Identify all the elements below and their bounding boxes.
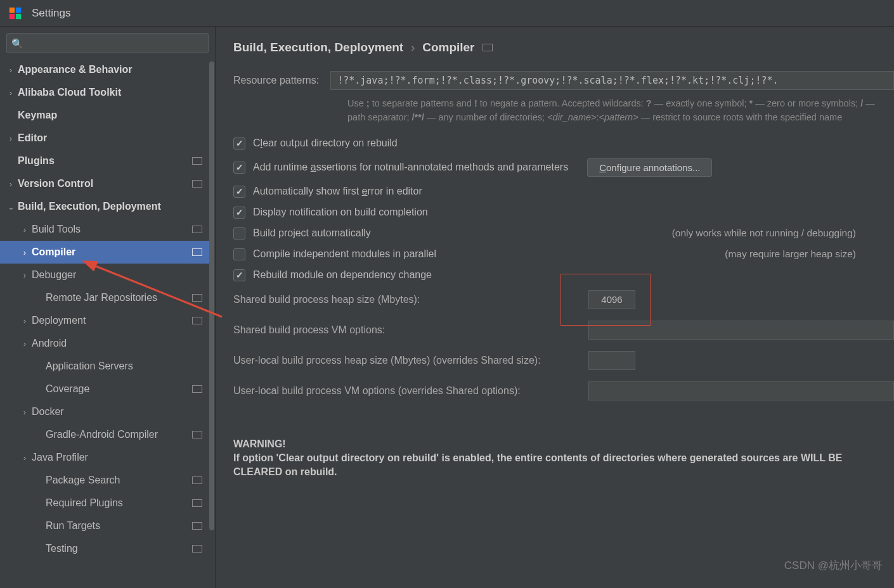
user-heap-input[interactable]	[588, 351, 635, 370]
tree-item-label: Editor	[18, 132, 210, 144]
watermark-text: CSDN @杭州小哥哥	[784, 558, 883, 573]
svg-rect-1	[16, 7, 21, 12]
tree-item-label: Docker	[32, 406, 210, 418]
tree-item-label: Gradle-Android Compiler	[46, 429, 192, 440]
app-logo-icon	[8, 6, 23, 21]
clear-output-checkbox[interactable]	[233, 137, 245, 150]
breadcrumb-parent[interactable]: Build, Execution, Deployment	[233, 41, 403, 54]
tree-item-label: Deployment	[32, 315, 192, 326]
tree-item-build-tools[interactable]: ›Build Tools	[0, 218, 210, 241]
user-vm-label: User-local build process VM options (ove…	[233, 385, 588, 397]
build-auto-checkbox[interactable]	[233, 227, 245, 240]
tree-item-alibaba-cloud-toolkit[interactable]: ›Alibaba Cloud Toolkit	[0, 81, 210, 104]
warning-body: If option 'Clear output directory on reb…	[233, 451, 894, 480]
chevron-right-icon[interactable]: ›	[19, 407, 30, 417]
display-notification-label: Display notification on build completion	[253, 207, 428, 218]
tree-item-run-targets[interactable]: Run Targets	[0, 514, 210, 537]
project-scope-icon	[192, 431, 202, 438]
scrollbar-thumb[interactable]	[209, 61, 214, 530]
project-scope-icon	[192, 499, 202, 507]
chevron-right-icon[interactable]: ›	[19, 225, 30, 234]
user-vm-input[interactable]	[588, 381, 894, 400]
tree-item-label: Build Tools	[32, 224, 192, 235]
user-heap-label: User-local build process heap size (Mbyt…	[233, 355, 588, 366]
tree-item-label: Remote Jar Repositories	[46, 292, 192, 304]
configure-annotations-button[interactable]: Configure annotations...	[587, 158, 712, 177]
shared-heap-input[interactable]	[588, 290, 635, 309]
chevron-right-icon[interactable]: ›	[19, 453, 30, 463]
chevron-right-icon[interactable]: ›	[19, 339, 30, 348]
tree-item-version-control[interactable]: ›Version Control	[0, 172, 210, 195]
breadcrumb-current: Compiler	[422, 41, 474, 54]
chevron-right-icon: ›	[411, 41, 415, 54]
project-scope-icon	[192, 180, 202, 188]
clear-output-label: Clear output directory on rebuild	[253, 137, 398, 149]
sidebar-scrollbar[interactable]	[209, 61, 214, 584]
chevron-right-icon[interactable]: ›	[19, 271, 30, 280]
tree-item-label: Testing	[46, 543, 192, 554]
chevron-right-icon[interactable]: ›	[19, 248, 30, 257]
tree-item-appearance-behavior[interactable]: ›Appearance & Behavior	[0, 58, 210, 81]
project-scope-icon	[192, 226, 202, 233]
main-panel: Build, Execution, Deployment › Compiler …	[216, 27, 894, 588]
tree-item-gradle-android-compiler[interactable]: Gradle-Android Compiler	[0, 423, 210, 446]
chevron-right-icon[interactable]: ›	[5, 88, 16, 98]
tree-item-application-servers[interactable]: Application Servers	[0, 355, 210, 378]
breadcrumb: Build, Execution, Deployment › Compiler	[233, 41, 894, 54]
chevron-right-icon[interactable]: ›	[5, 179, 16, 189]
tree-item-label: Debugger	[32, 269, 210, 281]
search-input[interactable]	[6, 33, 209, 53]
build-auto-label: Build project automatically	[253, 227, 371, 239]
svg-rect-2	[10, 13, 15, 18]
shared-vm-input[interactable]	[588, 321, 894, 340]
tree-item-keymap[interactable]: Keymap	[0, 104, 210, 127]
tree-item-label: Alibaba Cloud Toolkit	[18, 87, 210, 98]
tree-item-android[interactable]: ›Android	[0, 332, 210, 355]
project-scope-icon	[192, 545, 202, 553]
tree-item-java-profiler[interactable]: ›Java Profiler	[0, 446, 210, 469]
chevron-right-icon[interactable]: ›	[5, 65, 16, 75]
add-assertions-checkbox[interactable]	[233, 162, 245, 174]
tree-item-label: Keymap	[18, 110, 210, 121]
window-title: Settings	[32, 7, 70, 20]
compile-parallel-checkbox[interactable]	[233, 248, 245, 260]
title-bar: Settings	[0, 0, 894, 27]
tree-item-label: Required Plugins	[46, 497, 192, 509]
chevron-right-icon[interactable]: ›	[19, 316, 30, 326]
project-scope-icon	[192, 317, 202, 324]
tree-item-plugins[interactable]: Plugins	[0, 150, 210, 172]
project-scope-icon	[192, 385, 202, 393]
display-notification-checkbox[interactable]	[233, 207, 245, 219]
chevron-right-icon[interactable]: ›	[5, 134, 16, 143]
project-scope-icon	[192, 248, 202, 256]
tree-item-label: Run Targets	[46, 520, 192, 532]
chevron-down-icon[interactable]: ⌄	[5, 202, 16, 212]
rebuild-module-checkbox[interactable]	[233, 269, 245, 281]
tree-item-label: Coverage	[46, 383, 192, 395]
tree-item-build-execution-deployment[interactable]: ⌄Build, Execution, Deployment	[0, 195, 210, 218]
compile-parallel-label: Compile independent modules in parallel	[253, 248, 436, 260]
resource-patterns-input[interactable]	[330, 71, 894, 90]
project-scope-icon	[192, 476, 202, 484]
tree-item-remote-jar-repositories[interactable]: Remote Jar Repositories	[0, 286, 210, 309]
project-scope-icon	[192, 522, 202, 530]
tree-item-required-plugins[interactable]: Required Plugins	[0, 492, 210, 514]
tree-item-editor[interactable]: ›Editor	[0, 127, 210, 150]
show-first-error-checkbox[interactable]	[233, 186, 245, 198]
tree-item-testing[interactable]: Testing	[0, 537, 210, 560]
shared-heap-label: Shared build process heap size (Mbytes):	[233, 294, 588, 305]
tree-item-deployment[interactable]: ›Deployment	[0, 309, 210, 332]
tree-item-coverage[interactable]: Coverage	[0, 378, 210, 400]
tree-item-compiler[interactable]: ›Compiler	[0, 241, 210, 264]
tree-item-debugger[interactable]: ›Debugger	[0, 264, 210, 286]
warning-title: WARNING!	[233, 438, 894, 450]
tree-item-label: Package Search	[46, 475, 192, 486]
patterns-hint: Use ; to separate patterns and ! to nega…	[347, 96, 894, 125]
tree-item-label: Version Control	[18, 178, 192, 189]
warning-block: WARNING! If option 'Clear output directo…	[233, 438, 894, 480]
add-assertions-label: Add runtime assertions for notnull-annot…	[253, 162, 568, 173]
tree-item-label: Plugins	[18, 155, 192, 167]
tree-item-package-search[interactable]: Package Search	[0, 469, 210, 492]
tree-item-docker[interactable]: ›Docker	[0, 400, 210, 423]
svg-rect-3	[16, 13, 21, 18]
